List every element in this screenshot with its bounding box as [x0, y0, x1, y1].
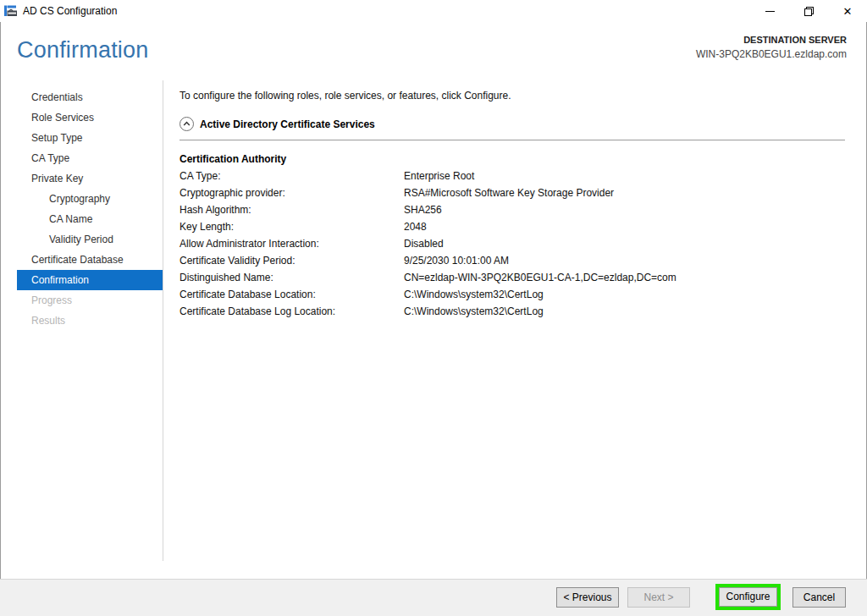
previous-button[interactable]: < Previous — [556, 587, 619, 608]
row-label: Allow Administrator Interaction: — [179, 235, 404, 252]
app-icon — [4, 4, 18, 18]
configure-button[interactable]: Configure — [719, 587, 777, 607]
adcs-section-header: Active Directory Certificate Services — [179, 117, 845, 140]
sidebar-item-cryptography[interactable]: Cryptography — [17, 189, 163, 209]
row-value: Enterprise Root — [404, 168, 845, 184]
group-title: Certification Authority — [179, 151, 845, 168]
titlebar: AD CS Configuration ✕ — [0, 0, 867, 22]
row-value: SHA256 — [404, 201, 845, 218]
sidebar-item-credentials[interactable]: Credentials — [17, 87, 163, 107]
row-certificate-validity-period: Certificate Validity Period: 9/25/2030 1… — [179, 252, 845, 269]
row-value: Disabled — [404, 235, 845, 252]
minimize-button[interactable] — [750, 0, 789, 22]
row-value: 2048 — [404, 218, 845, 235]
close-icon: ✕ — [843, 6, 853, 17]
destination-server-name: WIN-3PQ2KB0EGU1.ezldap.com — [696, 47, 847, 62]
sidebar-item-ca-type[interactable]: CA Type — [17, 148, 163, 168]
row-label: Hash Algorithm: — [179, 201, 404, 218]
page-title: Confirmation — [17, 37, 148, 63]
sidebar-item-results: Results — [17, 311, 163, 331]
sidebar-item-validity-period[interactable]: Validity Period — [17, 229, 163, 250]
row-certificate-database-log-location: Certificate Database Log Location: C:\Wi… — [179, 303, 845, 320]
instruction-text: To configure the following roles, role s… — [179, 80, 845, 102]
sidebar-item-private-key[interactable]: Private Key — [17, 168, 163, 189]
destination-server-block: DESTINATION SERVER WIN-3PQ2KB0EGU1.ezlda… — [696, 34, 847, 62]
destination-server-label: DESTINATION SERVER — [696, 34, 847, 47]
sidebar-item-confirmation[interactable]: Confirmation — [17, 270, 163, 290]
window-title: AD CS Configuration — [23, 5, 117, 17]
cancel-button[interactable]: Cancel — [792, 587, 846, 608]
configure-highlight-annotation: Configure — [715, 584, 781, 610]
row-value: RSA#Microsoft Software Key Storage Provi… — [404, 184, 845, 201]
row-label: CA Type: — [179, 168, 404, 184]
close-button[interactable]: ✕ — [828, 0, 867, 22]
row-label: Certificate Database Location: — [179, 286, 404, 303]
adcs-configuration-window: AD CS Configuration ✕ Confirmation DESTI… — [0, 0, 867, 616]
sidebar-item-setup-type[interactable]: Setup Type — [17, 128, 163, 148]
row-certificate-database-location: Certificate Database Location: C:\Window… — [179, 286, 845, 303]
row-value: 9/25/2030 10:01:00 AM — [404, 252, 845, 269]
window-controls: ✕ — [750, 0, 867, 22]
row-value: C:\Windows\system32\CertLog — [404, 303, 845, 320]
row-label: Certificate Database Log Location: — [179, 303, 404, 320]
minimize-icon — [765, 11, 775, 12]
sidebar-item-role-services[interactable]: Role Services — [17, 107, 163, 128]
row-ca-type: CA Type: Enterprise Root — [179, 168, 845, 184]
row-allow-admin-interaction: Allow Administrator Interaction: Disable… — [179, 235, 845, 252]
sidebar-item-ca-name[interactable]: CA Name — [17, 209, 163, 229]
wizard-steps-sidebar: Credentials Role Services Setup Type CA … — [0, 80, 163, 561]
confirmation-content: To configure the following roles, role s… — [179, 80, 845, 320]
row-hash-algorithm: Hash Algorithm: SHA256 — [179, 201, 845, 218]
row-cryptographic-provider: Cryptographic provider: RSA#Microsoft So… — [179, 184, 845, 201]
row-label: Key Length: — [179, 218, 404, 235]
row-label: Certificate Validity Period: — [179, 252, 404, 269]
row-value: CN=ezldap-WIN-3PQ2KB0EGU1-CA-1,DC=ezldap… — [404, 269, 845, 286]
row-label: Cryptographic provider: — [179, 184, 404, 201]
sidebar-item-certificate-database[interactable]: Certificate Database — [17, 250, 163, 270]
sidebar-item-progress: Progress — [17, 290, 163, 311]
restore-button[interactable] — [789, 0, 828, 22]
chevron-up-circle-icon — [182, 119, 191, 129]
wizard-footer: < Previous Next > Configure Cancel — [0, 579, 867, 616]
row-key-length: Key Length: 2048 — [179, 218, 845, 235]
row-label: Distinguished Name: — [179, 269, 404, 286]
section-title: Active Directory Certificate Services — [200, 118, 375, 130]
next-button: Next > — [627, 587, 690, 608]
restore-icon — [804, 7, 814, 16]
row-distinguished-name: Distinguished Name: CN=ezldap-WIN-3PQ2KB… — [179, 269, 845, 286]
collapse-section-button[interactable] — [179, 117, 194, 131]
row-value: C:\Windows\system32\CertLog — [404, 286, 845, 303]
